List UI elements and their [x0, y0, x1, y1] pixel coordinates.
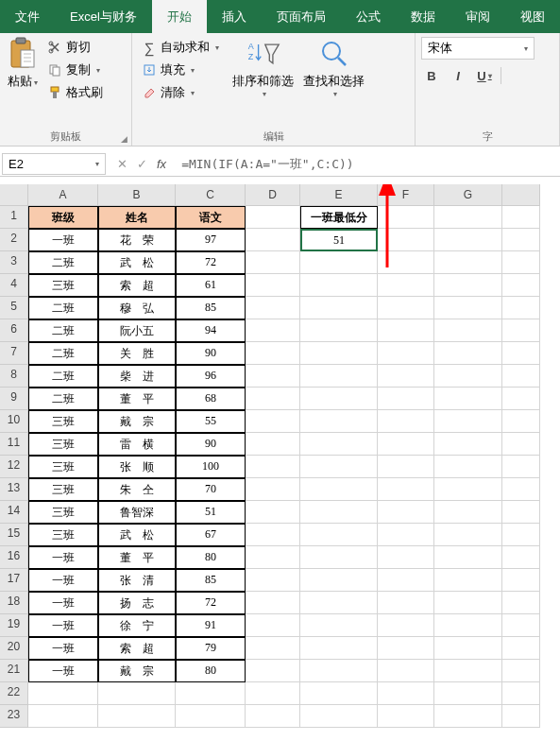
cell[interactable]: [246, 365, 300, 388]
cell[interactable]: [378, 274, 434, 297]
cell[interactable]: [502, 274, 540, 297]
cell[interactable]: [378, 388, 434, 410]
cell[interactable]: [246, 342, 300, 365]
active-cell-e2[interactable]: 51: [300, 229, 378, 251]
cell[interactable]: [300, 456, 378, 478]
cell[interactable]: 三班: [28, 433, 98, 456]
cell[interactable]: [98, 682, 176, 705]
cell[interactable]: [502, 456, 540, 478]
cell[interactable]: [434, 365, 502, 388]
cell[interactable]: [378, 660, 434, 682]
cell[interactable]: [246, 251, 300, 274]
row-header-2[interactable]: 2: [0, 229, 28, 251]
cell[interactable]: [378, 410, 434, 433]
cell[interactable]: 三班: [28, 501, 98, 524]
cell[interactable]: [378, 705, 434, 728]
underline-button[interactable]: U▾: [474, 65, 495, 86]
cell[interactable]: [246, 478, 300, 501]
cell[interactable]: [246, 592, 300, 614]
cell[interactable]: [502, 297, 540, 319]
cell[interactable]: 67: [176, 524, 246, 546]
row-header-4[interactable]: 4: [0, 274, 28, 297]
cell[interactable]: [502, 478, 540, 501]
row-header-7[interactable]: 7: [0, 342, 28, 365]
row-header-23[interactable]: 23: [0, 705, 28, 728]
cell[interactable]: [434, 705, 502, 728]
cell[interactable]: 关 胜: [98, 342, 176, 365]
cell[interactable]: [502, 342, 540, 365]
cell[interactable]: [502, 206, 540, 229]
col-header-G[interactable]: G: [434, 184, 502, 206]
cell[interactable]: 91: [176, 614, 246, 637]
cell[interactable]: [378, 433, 434, 456]
cell[interactable]: [434, 524, 502, 546]
row-header-3[interactable]: 3: [0, 251, 28, 274]
cell[interactable]: 扬 志: [98, 592, 176, 614]
cell[interactable]: 一班: [28, 660, 98, 682]
cell[interactable]: [434, 388, 502, 410]
cell[interactable]: 三班: [28, 524, 98, 546]
font-name-select[interactable]: 宋体▾: [421, 37, 535, 60]
cell[interactable]: 一班: [28, 569, 98, 592]
cell[interactable]: [502, 660, 540, 682]
cell[interactable]: [300, 660, 378, 682]
tab-layout[interactable]: 页面布局: [262, 0, 341, 33]
cell[interactable]: 戴 宗: [98, 410, 176, 433]
cell[interactable]: 张 清: [98, 569, 176, 592]
cell[interactable]: [434, 274, 502, 297]
cell[interactable]: 51: [176, 501, 246, 524]
cell[interactable]: [378, 682, 434, 705]
cell[interactable]: [246, 501, 300, 524]
cell[interactable]: 二班: [28, 365, 98, 388]
cell[interactable]: 戴 宗: [98, 660, 176, 682]
cell[interactable]: 96: [176, 365, 246, 388]
cell[interactable]: [246, 546, 300, 569]
cell[interactable]: [246, 660, 300, 682]
cell[interactable]: [378, 592, 434, 614]
cell[interactable]: 董 平: [98, 388, 176, 410]
cell[interactable]: 徐 宁: [98, 614, 176, 637]
cell[interactable]: [300, 478, 378, 501]
tab-home[interactable]: 开始: [152, 0, 207, 33]
cell[interactable]: [246, 319, 300, 342]
cell[interactable]: 二班: [28, 319, 98, 342]
cell[interactable]: [502, 365, 540, 388]
cell[interactable]: 索 超: [98, 274, 176, 297]
name-box[interactable]: E2▾: [2, 153, 106, 175]
clear-button[interactable]: 清除▾: [138, 82, 223, 103]
cell[interactable]: [434, 433, 502, 456]
cell[interactable]: [246, 569, 300, 592]
cell[interactable]: 一班: [28, 614, 98, 637]
tab-file[interactable]: 文件: [0, 0, 55, 33]
cell[interactable]: 武 松: [98, 251, 176, 274]
cell[interactable]: 100: [176, 456, 246, 478]
cell[interactable]: 三班: [28, 478, 98, 501]
cell[interactable]: [378, 637, 434, 660]
cell[interactable]: 90: [176, 433, 246, 456]
cell[interactable]: [378, 251, 434, 274]
italic-button[interactable]: I: [448, 65, 468, 86]
cell[interactable]: [300, 251, 378, 274]
cell[interactable]: [246, 229, 300, 251]
cell[interactable]: [434, 682, 502, 705]
cell[interactable]: 董 平: [98, 546, 176, 569]
row-header-8[interactable]: 8: [0, 365, 28, 388]
row-header-16[interactable]: 16: [0, 546, 28, 569]
row-header-6[interactable]: 6: [0, 319, 28, 342]
cell[interactable]: 一班: [28, 546, 98, 569]
cell[interactable]: [300, 297, 378, 319]
cell[interactable]: [378, 546, 434, 569]
cell[interactable]: 张 顺: [98, 456, 176, 478]
cell[interactable]: 85: [176, 569, 246, 592]
cell[interactable]: [300, 319, 378, 342]
cell[interactable]: [378, 569, 434, 592]
cell[interactable]: [300, 546, 378, 569]
cell[interactable]: 55: [176, 410, 246, 433]
cell[interactable]: [246, 206, 300, 229]
cell[interactable]: 72: [176, 251, 246, 274]
cell[interactable]: [28, 682, 98, 705]
cell[interactable]: 90: [176, 342, 246, 365]
cell[interactable]: [246, 433, 300, 456]
cell[interactable]: [502, 546, 540, 569]
cell[interactable]: [300, 388, 378, 410]
